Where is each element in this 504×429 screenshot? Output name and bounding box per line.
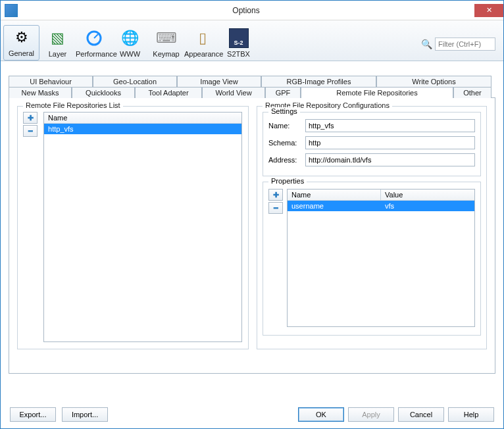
add-repo-button[interactable]: ✚ bbox=[23, 112, 38, 124]
prop-header-name: Name bbox=[288, 189, 381, 200]
properties-group: Properties ✚ ━ Name Value use bbox=[263, 182, 481, 336]
category-www[interactable]: 🌐 WWW bbox=[112, 26, 148, 61]
prop-value-cell: vfs bbox=[381, 201, 474, 211]
tab-row-1: UI Behaviour Geo-Location Image View RGB… bbox=[9, 76, 495, 87]
category-performance[interactable]: Performance bbox=[76, 26, 112, 61]
apply-button[interactable]: Apply bbox=[348, 407, 394, 422]
tabs-area: UI Behaviour Geo-Location Image View RGB… bbox=[1, 61, 503, 374]
close-icon: ✕ bbox=[486, 6, 492, 14]
search-wrap: 🔍 bbox=[421, 20, 501, 61]
plus-icon: ✚ bbox=[28, 114, 34, 122]
schema-field[interactable] bbox=[305, 136, 475, 149]
schema-row: Schema: bbox=[268, 136, 475, 149]
category-label: WWW bbox=[112, 50, 148, 58]
prop-name-cell: username bbox=[288, 201, 381, 211]
minus-icon: ━ bbox=[274, 204, 278, 213]
globe-icon: 🌐 bbox=[120, 28, 141, 49]
tab-content: Remote File Repositories List ✚ ━ Name h… bbox=[9, 97, 495, 374]
category-keymap[interactable]: ⌨ Keymap bbox=[148, 26, 184, 61]
titlebar: Options ✕ bbox=[1, 1, 503, 20]
prop-header-value: Value bbox=[381, 189, 407, 200]
category-general[interactable]: ⚙ General bbox=[3, 25, 39, 61]
address-field[interactable] bbox=[305, 153, 475, 166]
properties-table[interactable]: Name Value username vfs bbox=[287, 189, 475, 327]
name-field[interactable] bbox=[305, 119, 475, 132]
category-label: Performance bbox=[76, 50, 112, 58]
category-appearance[interactable]: ▯ Appearance bbox=[184, 26, 220, 61]
tab-other[interactable]: Other bbox=[453, 87, 491, 98]
address-label: Address: bbox=[268, 156, 305, 164]
window-title: Options bbox=[18, 6, 474, 15]
left-buttons: Export... Import... bbox=[10, 407, 112, 422]
settings-title: Settings bbox=[268, 107, 300, 115]
name-row: Name: bbox=[268, 119, 475, 132]
minus-icon: ━ bbox=[28, 127, 33, 136]
bottom-bar: Export... Import... OK Apply Cancel Help bbox=[1, 407, 503, 422]
settings-group: Settings Name: Schema: Address: bbox=[263, 112, 481, 176]
ok-button[interactable]: OK bbox=[298, 407, 344, 422]
performance-icon bbox=[84, 28, 105, 49]
remove-repo-button[interactable]: ━ bbox=[23, 125, 38, 137]
properties-header: Name Value bbox=[288, 189, 474, 201]
tab-write-options[interactable]: Write Options bbox=[376, 76, 491, 87]
tab-gpf[interactable]: GPF bbox=[265, 87, 301, 98]
list-item[interactable]: http_vfs bbox=[44, 124, 241, 134]
category-label: Keymap bbox=[148, 50, 184, 58]
search-input[interactable] bbox=[435, 38, 495, 51]
tab-world-view[interactable]: World View bbox=[202, 87, 265, 98]
cancel-button[interactable]: Cancel bbox=[398, 407, 444, 422]
name-label: Name: bbox=[268, 122, 305, 130]
repo-list-group: Remote File Repositories List ✚ ━ Name h… bbox=[17, 106, 249, 349]
gears-icon: ⚙ bbox=[11, 27, 32, 48]
repo-list-header: Name bbox=[44, 113, 241, 124]
address-row: Address: bbox=[268, 153, 475, 166]
tab-geo-location[interactable]: Geo-Location bbox=[93, 76, 177, 87]
tab-remote-file-repositories[interactable]: Remote File Repositories bbox=[301, 87, 453, 98]
category-layer[interactable]: ▧ Layer bbox=[39, 26, 76, 61]
layer-icon: ▧ bbox=[47, 28, 68, 49]
tab-row-2: New Masks Quicklooks Tool Adapter World … bbox=[9, 87, 495, 98]
search-icon: 🔍 bbox=[421, 39, 432, 49]
remove-property-button[interactable]: ━ bbox=[268, 202, 283, 214]
close-button[interactable]: ✕ bbox=[474, 4, 503, 17]
tab-new-masks[interactable]: New Masks bbox=[9, 87, 72, 98]
repo-list[interactable]: Name http_vfs bbox=[43, 112, 242, 342]
config-group: Remote File Repository Configurations Se… bbox=[257, 106, 487, 349]
repo-list-buttons: ✚ ━ bbox=[23, 112, 39, 138]
category-s2tbx[interactable]: S-2 S2TBX bbox=[220, 26, 257, 61]
category-toolbar: ⚙ General ▧ Layer Performance 🌐 WWW ⌨ Ke… bbox=[1, 20, 503, 61]
s2tbx-icon: S-2 bbox=[228, 28, 249, 49]
props-buttons: ✚ ━ bbox=[268, 189, 284, 327]
category-label: General bbox=[4, 49, 39, 57]
category-label: Appearance bbox=[184, 50, 220, 58]
category-label: Layer bbox=[39, 50, 76, 58]
keyboard-icon: ⌨ bbox=[156, 28, 177, 49]
appearance-icon: ▯ bbox=[192, 28, 213, 49]
properties-title: Properties bbox=[268, 177, 307, 185]
repo-list-panel: Remote File Repositories List ✚ ━ Name h… bbox=[17, 106, 249, 365]
import-button[interactable]: Import... bbox=[62, 407, 108, 422]
tab-quicklooks[interactable]: Quicklooks bbox=[72, 87, 135, 98]
plus-icon: ✚ bbox=[273, 191, 279, 199]
category-label: S2TBX bbox=[220, 50, 257, 58]
add-property-button[interactable]: ✚ bbox=[268, 189, 283, 201]
repo-list-title: Remote File Repositories List bbox=[23, 101, 123, 109]
tab-rgb-profiles[interactable]: RGB-Image Profiles bbox=[261, 76, 376, 87]
help-button[interactable]: Help bbox=[448, 407, 494, 422]
tab-ui-behaviour[interactable]: UI Behaviour bbox=[9, 76, 93, 87]
app-icon bbox=[5, 4, 18, 17]
export-button[interactable]: Export... bbox=[10, 407, 56, 422]
tab-image-view[interactable]: Image View bbox=[177, 76, 261, 87]
table-row[interactable]: username vfs bbox=[288, 201, 474, 211]
config-panel: Remote File Repository Configurations Se… bbox=[257, 106, 487, 365]
schema-label: Schema: bbox=[268, 139, 305, 147]
tab-tool-adapter[interactable]: Tool Adapter bbox=[135, 87, 202, 98]
